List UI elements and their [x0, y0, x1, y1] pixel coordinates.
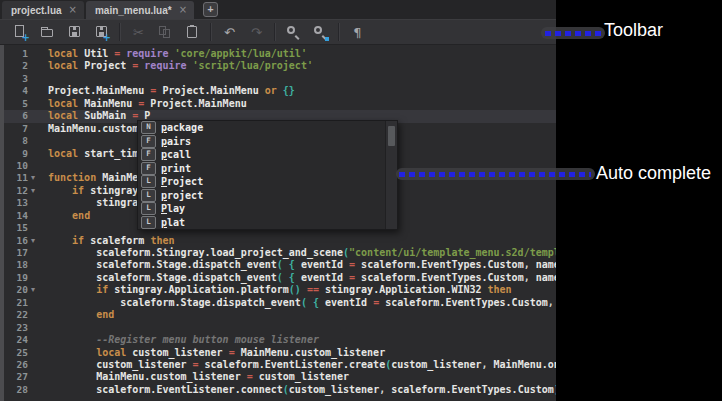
token-id: scaleform.EventTypes.Custom [361, 272, 524, 283]
token-id: scaleform.Stage.dispatch_event [96, 259, 277, 270]
autocomplete-item[interactable]: Fpcall [138, 148, 397, 162]
token-pl [48, 297, 120, 308]
fold-marker-icon[interactable]: ▾ [28, 284, 48, 296]
token-op: = [150, 85, 162, 96]
autocomplete-item[interactable]: LProject [138, 175, 397, 189]
code-line[interactable]: 27 MainMenu.custom_listener = custom_lis… [4, 371, 556, 383]
token-req: require [144, 60, 192, 71]
fold-gutter [28, 48, 48, 60]
code-line[interactable]: 25 local custom_listener = MainMenu.cust… [4, 347, 556, 359]
autocomplete-item[interactable]: Fpairs [138, 135, 397, 149]
new-file-icon[interactable]: + [12, 24, 29, 41]
matched-prefix: p [161, 163, 167, 174]
save-icon[interactable] [66, 24, 83, 41]
tab-close-icon[interactable]: × [69, 5, 77, 15]
token-id: MainMenu [84, 98, 138, 109]
new-tab-button[interactable]: + [203, 2, 218, 17]
fold-marker-icon[interactable]: ▾ [28, 172, 48, 184]
token-kw: local [48, 98, 84, 109]
token-kw: end [72, 210, 90, 221]
code-line[interactable]: 17 scaleform.Stingray.load_project_and_s… [4, 247, 556, 259]
autocomplete-item[interactable]: Npackage [138, 121, 397, 135]
code-text: --Register menu button mouse listener [48, 334, 319, 346]
autocomplete-item[interactable]: LPlay [138, 202, 397, 216]
line-number: 17 [4, 247, 28, 259]
line-number: 12 [4, 185, 28, 197]
fold-marker-icon[interactable]: ▾ [28, 185, 48, 197]
code-line[interactable]: 23 [4, 322, 556, 334]
line-number: 20 [4, 284, 28, 296]
code-line[interactable]: 3 [4, 73, 556, 85]
token-id: name [536, 272, 556, 283]
autocomplete-item[interactable]: Lplat [138, 216, 397, 230]
code-line[interactable]: 24 --Register menu button mouse listener [4, 334, 556, 346]
token-pl: , [524, 272, 536, 283]
fold-gutter [28, 322, 48, 334]
search-replace-icon[interactable] [312, 24, 329, 41]
token-pl [48, 185, 72, 196]
open-folder-icon[interactable] [39, 24, 56, 41]
token-br: ( { [301, 297, 325, 308]
code-line[interactable]: 16▾ if scaleform then [4, 235, 556, 247]
token-pl [48, 259, 96, 270]
token-id: scaleform.EventTypes.Custom [361, 259, 524, 270]
token-str: 'script/lua/project' [193, 60, 313, 71]
token-op: = [193, 359, 205, 370]
code-line[interactable]: 26 custom_listener = scaleform.EventList… [4, 359, 556, 371]
screenshot-root: project.lua×main_menu.lua*×+ ++✂↶↷¶ 1loc… [0, 0, 722, 401]
line-number: 6 [4, 110, 28, 122]
fold-gutter [28, 135, 48, 147]
matched-prefix: p [161, 217, 167, 228]
line-number: 7 [4, 123, 28, 135]
search-icon[interactable] [285, 24, 302, 41]
paste-icon[interactable] [184, 24, 201, 41]
token-id: stingra [96, 197, 138, 208]
tab-project-lua[interactable]: project.lua× [2, 1, 84, 19]
fold-gutter [28, 222, 48, 234]
tab-close-icon[interactable]: × [179, 5, 187, 15]
token-op: = [138, 98, 150, 109]
token-id: scaleform.EventTypes.Custom [391, 384, 554, 395]
code-line[interactable]: 19 scaleform.Stage.dispatch_event( { eve… [4, 272, 556, 284]
matched-prefix: p [161, 122, 167, 133]
token-id: MainMenu.custom_listener [241, 347, 386, 358]
token-kw: then [150, 235, 174, 246]
code-line[interactable]: 4Project.MainMenu = Project.MainMenu or … [4, 85, 556, 97]
code-line[interactable]: 18 scaleform.Stage.dispatch_event( { eve… [4, 259, 556, 271]
token-id: name [536, 259, 556, 270]
token-kw: function [48, 172, 102, 183]
completion-type-badge: L [141, 175, 156, 188]
undo-icon[interactable]: ↶ [221, 24, 238, 41]
script-editor-window: project.lua×main_menu.lua*×+ ++✂↶↷¶ 1loc… [0, 0, 556, 401]
code-line[interactable]: 22 end [4, 309, 556, 321]
autocomplete-item[interactable]: Fprint [138, 162, 397, 176]
token-pl [48, 371, 96, 382]
token-pl: , [524, 259, 536, 270]
pilcrow-icon[interactable]: ¶ [349, 24, 366, 41]
token-br: ) [554, 384, 556, 395]
code-text: end [48, 309, 114, 321]
code-line[interactable]: 2local Project = require 'script/lua/pro… [4, 60, 556, 72]
cut-icon: ✂ [130, 24, 147, 41]
token-id: scaleform.EventListener.connect [96, 384, 283, 395]
token-str: 'core/appkit/lua/util' [174, 48, 306, 59]
tab-main-menu-lua-[interactable]: main_menu.lua*× [86, 1, 194, 19]
token-id: MainMenu.custom_listener [96, 371, 247, 382]
completion-label: plat [161, 217, 185, 228]
autocomplete-item[interactable]: Lproject [138, 189, 397, 203]
save-all-icon[interactable]: + [93, 24, 110, 41]
code-line[interactable]: 21 scaleform.Stage.dispatch_event( { eve… [4, 297, 556, 309]
line-number: 22 [4, 309, 28, 321]
token-id: Project.MainMenu [48, 85, 150, 96]
fold-marker-icon[interactable]: ▾ [28, 235, 48, 247]
code-line[interactable]: 20▾ if stingray.Application.platform() =… [4, 284, 556, 296]
fold-gutter [28, 98, 48, 110]
token-id: scaleform.EventListener.create [205, 359, 386, 370]
code-text: local start_tim [48, 148, 138, 160]
code-line[interactable]: 5local MainMenu = Project.MainMenu [4, 98, 556, 110]
code-line[interactable]: 28 scaleform.EventListener.connect(custo… [4, 384, 556, 396]
code-line[interactable]: 1local Util = require 'core/appkit/lua/u… [4, 48, 556, 60]
autocomplete-scrollbar-thumb[interactable] [388, 126, 395, 146]
token-id: custom_listener [132, 347, 228, 358]
line-number: 25 [4, 347, 28, 359]
